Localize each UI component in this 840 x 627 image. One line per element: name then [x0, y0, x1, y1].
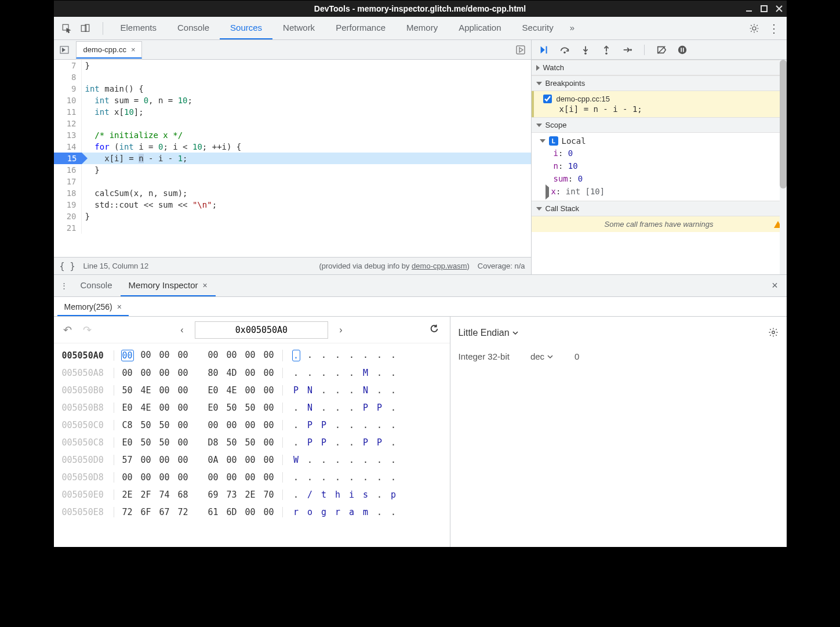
call-stack-warning: Some call frames have warnings: [532, 216, 787, 232]
value-settings-icon[interactable]: [768, 327, 779, 339]
more-tabs-button[interactable]: »: [564, 23, 580, 34]
tab-memory[interactable]: Memory: [396, 17, 448, 39]
step-into-button[interactable]: [579, 44, 592, 56]
tab-console[interactable]: Console: [72, 275, 121, 296]
call-stack-section-header[interactable]: Call Stack: [532, 201, 787, 216]
close-icon[interactable]: ×: [117, 302, 122, 311]
scope-section-header[interactable]: Scope: [532, 117, 787, 133]
debug-sections: Watch Breakpoints demo-cpp.cc:15 x[i] = …: [532, 60, 787, 274]
endianness-select[interactable]: Little Endian: [459, 328, 519, 338]
tab-security[interactable]: Security: [512, 17, 564, 39]
code-line[interactable]: 10 int sum = 0, n = 10;: [54, 95, 531, 106]
step-over-button[interactable]: [558, 44, 571, 56]
breakpoint-location: demo-cpp.cc:15: [557, 95, 610, 103]
memory-nav-bar: ↶ ↷ ‹ ›: [54, 317, 450, 343]
address-input[interactable]: [195, 321, 328, 339]
scope-var-n[interactable]: n: 10: [532, 160, 787, 172]
resume-button[interactable]: [537, 44, 550, 56]
step-button[interactable]: [621, 44, 634, 56]
code-line[interactable]: 11 int x[10];: [54, 106, 531, 118]
code-line[interactable]: 16 }: [54, 164, 531, 176]
window-title: DevTools - memory-inspector.glitch.me/de…: [314, 4, 526, 13]
tab-application[interactable]: Application: [448, 17, 511, 39]
tab-network[interactable]: Network: [272, 17, 325, 39]
debug-toolbar: [532, 40, 787, 60]
close-icon[interactable]: ×: [203, 281, 208, 290]
integer32-value: 0: [574, 351, 579, 361]
scope-var-i[interactable]: i: 0: [532, 147, 787, 160]
window-maximize-button[interactable]: [760, 5, 768, 13]
code-line[interactable]: 14 for (int i = 0; i < 10; ++i) {: [54, 141, 531, 153]
memory-row: 005050E02E2F746869732E70./this.p: [62, 486, 442, 503]
device-toolbar-icon[interactable]: [77, 20, 93, 37]
code-line[interactable]: 19 std::cout << sum << "\n";: [54, 199, 531, 211]
code-line[interactable]: 21: [54, 222, 531, 234]
deactivate-breakpoints-button[interactable]: [655, 44, 668, 56]
navigator-toggle-icon[interactable]: [57, 43, 71, 57]
debug-info-note: (provided via debug info by demo-cpp.was…: [319, 262, 469, 270]
file-tab-demo-cpp[interactable]: demo-cpp.cc ×: [76, 41, 142, 59]
window-minimize-button[interactable]: [745, 5, 753, 13]
svg-point-14: [772, 331, 774, 334]
code-line[interactable]: 20}: [54, 211, 531, 222]
window-close-button[interactable]: [775, 5, 783, 13]
kebab-menu-icon[interactable]: ⋮: [766, 20, 782, 37]
memory-row: 005050C0C850500000000000.PP.....: [62, 416, 442, 434]
drawer-menu-icon[interactable]: ⋮: [56, 275, 72, 296]
window-titlebar: DevTools - memory-inspector.glitch.me/de…: [54, 1, 787, 17]
memory-row: 005050A00000000000000000........: [62, 347, 442, 364]
scrollbar[interactable]: [780, 60, 787, 274]
drawer-tabs: ⋮ Console Memory Inspector × ×: [54, 275, 787, 297]
pause-exceptions-button[interactable]: [676, 44, 689, 56]
wasm-link[interactable]: demo-cpp.wasm: [412, 262, 467, 270]
tab-console[interactable]: Console: [167, 17, 220, 39]
value-type-label: Integer 32-bit: [459, 351, 510, 361]
next-page-button[interactable]: ›: [335, 325, 347, 335]
inspect-element-icon[interactable]: [59, 20, 75, 37]
code-line[interactable]: 15 x[i] = n - i - 1;: [54, 153, 531, 164]
cursor-position: Line 15, Column 12: [83, 262, 149, 270]
breakpoints-section-header[interactable]: Breakpoints: [532, 75, 787, 91]
memory-row: 005050D80000000000000000........: [62, 469, 442, 486]
svg-rect-13: [682, 48, 683, 52]
close-icon[interactable]: ×: [131, 45, 136, 54]
tab-performance[interactable]: Performance: [325, 17, 396, 39]
refresh-icon[interactable]: [429, 324, 443, 336]
memory-tab[interactable]: Memory(256) ×: [57, 298, 129, 316]
code-editor[interactable]: 7}89int main() {10 int sum = 0, n = 10;1…: [54, 60, 531, 257]
scope-local-header[interactable]: L Local: [532, 135, 787, 147]
memory-row: 005050A800000000804D0000.....M..: [62, 364, 442, 382]
pretty-print-icon[interactable]: { }: [60, 261, 75, 271]
code-line[interactable]: 13 /* initialize x */: [54, 129, 531, 141]
code-line[interactable]: 17: [54, 176, 531, 187]
svg-point-8: [584, 52, 587, 55]
scope-var-sum[interactable]: sum: 0: [532, 172, 787, 185]
run-snippet-icon[interactable]: [514, 43, 528, 57]
memory-row: 005050D0570000000A000000W.......: [62, 451, 442, 469]
tab-sources[interactable]: Sources: [220, 17, 272, 39]
breakpoint-checkbox[interactable]: [543, 95, 552, 103]
memory-hex-pane: ↶ ↷ ‹ › 005050A00000000000000000........…: [54, 317, 450, 547]
svg-point-7: [563, 51, 566, 53]
main-toolbar: ElementsConsoleSourcesNetworkPerformance…: [54, 17, 787, 40]
prev-page-button[interactable]: ‹: [176, 325, 188, 335]
breakpoint-item[interactable]: demo-cpp.cc:15 x[i] = n - i - 1;: [532, 91, 787, 117]
settings-icon[interactable]: [746, 20, 762, 37]
tab-elements[interactable]: Elements: [110, 17, 168, 39]
svg-rect-12: [681, 48, 682, 52]
code-line[interactable]: 18 calcSum(x, n, sum);: [54, 187, 531, 199]
memory-grid[interactable]: 005050A00000000000000000........005050A8…: [54, 343, 450, 547]
tab-memory-inspector[interactable]: Memory Inspector ×: [121, 275, 216, 296]
code-line[interactable]: 7}: [54, 60, 531, 71]
divider: [103, 22, 103, 35]
code-line[interactable]: 12: [54, 118, 531, 129]
watch-section-header[interactable]: Watch: [532, 60, 787, 75]
number-base-select[interactable]: dec: [530, 351, 554, 361]
scope-var-x[interactable]: x: int [10]: [532, 185, 787, 198]
undo-icon[interactable]: ↶: [61, 324, 75, 336]
drawer-close-icon[interactable]: ×: [766, 275, 784, 296]
step-out-button[interactable]: [600, 44, 613, 56]
code-line[interactable]: 9int main() {: [54, 83, 531, 95]
code-line[interactable]: 8: [54, 71, 531, 83]
redo-icon[interactable]: ↷: [81, 324, 94, 336]
